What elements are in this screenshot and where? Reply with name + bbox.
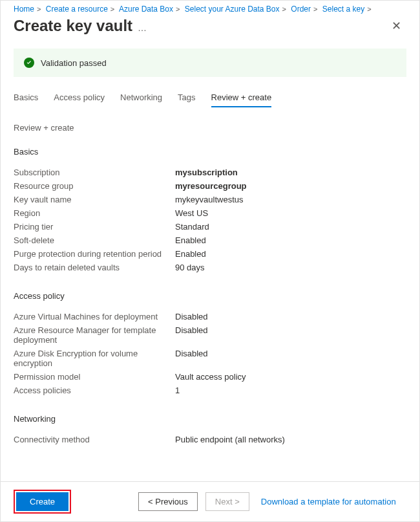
download-template-link[interactable]: Download a template for automation xyxy=(261,497,396,506)
chevron-right-icon: > xyxy=(282,5,286,13)
kv-label: Azure Resource Manager for template depl… xyxy=(14,325,175,345)
tab-review-create[interactable]: Review + create xyxy=(211,89,272,107)
kv-value: Vault access policy xyxy=(175,372,246,382)
kv-label: Days to retain deleted vaults xyxy=(14,263,175,272)
kv-value: Enabled xyxy=(175,235,206,245)
kv-label: Access policies xyxy=(14,386,175,395)
kv-value: Public endpoint (all networks) xyxy=(175,435,285,444)
tab-basics[interactable]: Basics xyxy=(14,89,38,107)
tab-access-policy[interactable]: Access policy xyxy=(54,89,105,107)
kv-value: myresourcegroup xyxy=(175,181,247,191)
section-header-access-policy: Access policy xyxy=(14,291,406,301)
breadcrumb: Home> Create a resource> Azure Data Box>… xyxy=(1,1,419,14)
previous-button[interactable]: < Previous xyxy=(138,492,198,511)
kv-row: Azure Virtual Machines for deploymentDis… xyxy=(14,310,406,323)
tabs: Basics Access policy Networking Tags Rev… xyxy=(14,89,406,107)
close-icon: ✕ xyxy=(392,19,401,32)
next-button: Next > xyxy=(205,492,249,511)
kv-value: Disabled xyxy=(175,312,208,321)
check-circle-icon xyxy=(24,58,34,68)
kv-label: Connectivity method xyxy=(14,435,175,444)
section-header-networking: Networking xyxy=(14,414,406,424)
breadcrumb-link[interactable]: Select your Azure Data Box xyxy=(185,5,280,14)
kv-value: 90 days xyxy=(175,263,205,272)
validation-banner: Validation passed xyxy=(14,49,406,77)
create-button[interactable]: Create xyxy=(16,492,68,511)
kv-value: mykeyvaultwestus xyxy=(175,195,243,204)
kv-row: Soft-deleteEnabled xyxy=(14,234,406,247)
tab-tags[interactable]: Tags xyxy=(178,89,195,107)
kv-label: Region xyxy=(14,208,175,218)
kv-value: 1 xyxy=(175,386,180,395)
page-title: Create key vault xyxy=(14,17,132,35)
kv-value: Enabled xyxy=(175,249,206,259)
breadcrumb-link[interactable]: Azure Data Box xyxy=(119,5,173,14)
chevron-right-icon: > xyxy=(313,5,317,13)
kv-row: Resource groupmyresourcegroup xyxy=(14,179,406,193)
kv-value: Disabled xyxy=(175,349,208,368)
kv-row: Days to retain deleted vaults90 days xyxy=(14,261,406,274)
kv-label: Subscription xyxy=(14,168,175,177)
breadcrumb-link[interactable]: Select a key xyxy=(322,5,364,14)
kv-value: Standard xyxy=(175,222,209,232)
kv-row: Purge protection during retention period… xyxy=(14,247,406,261)
chevron-right-icon: > xyxy=(367,5,371,13)
kv-row: Pricing tierStandard xyxy=(14,220,406,234)
kv-label: Permission model xyxy=(14,372,175,382)
breadcrumb-link[interactable]: Home xyxy=(14,5,34,14)
close-button[interactable]: ✕ xyxy=(386,16,406,36)
breadcrumb-link[interactable]: Create a resource xyxy=(46,5,108,14)
kv-row: RegionWest US xyxy=(14,206,406,220)
kv-row: Azure Resource Manager for template depl… xyxy=(14,323,406,347)
kv-label: Resource group xyxy=(14,181,175,191)
kv-label: Soft-delete xyxy=(14,235,175,245)
networking-section: Connectivity methodPublic endpoint (all … xyxy=(14,433,406,446)
basics-section: Subscriptionmysubscription Resource grou… xyxy=(14,166,406,274)
footer: Create < Previous Next > Download a temp… xyxy=(1,481,419,521)
kv-row: Permission modelVault access policy xyxy=(14,370,406,384)
kv-label: Key vault name xyxy=(14,195,175,204)
kv-row: Connectivity methodPublic endpoint (all … xyxy=(14,433,406,446)
create-button-highlight: Create xyxy=(14,490,71,514)
chevron-right-icon: > xyxy=(176,5,180,13)
section-header-basics: Basics xyxy=(14,147,406,157)
chevron-right-icon: > xyxy=(37,5,41,13)
kv-row: Azure Disk Encryption for volume encrypt… xyxy=(14,347,406,370)
kv-label: Pricing tier xyxy=(14,222,175,232)
kv-label: Azure Disk Encryption for volume encrypt… xyxy=(14,349,175,368)
kv-value: West US xyxy=(175,208,208,218)
kv-row: Key vault namemykeyvaultwestus xyxy=(14,193,406,206)
subheading: Review + create xyxy=(14,123,406,133)
kv-row: Subscriptionmysubscription xyxy=(14,166,406,179)
kv-label: Azure Virtual Machines for deployment xyxy=(14,312,175,321)
kv-label: Purge protection during retention period xyxy=(14,249,175,259)
chevron-right-icon: > xyxy=(110,5,114,13)
more-actions-button[interactable]: … xyxy=(138,23,147,33)
access-policy-section: Azure Virtual Machines for deploymentDis… xyxy=(14,310,406,397)
kv-row: Access policies1 xyxy=(14,384,406,397)
kv-value: mysubscription xyxy=(175,168,238,177)
kv-value: Disabled xyxy=(175,325,208,345)
tab-networking[interactable]: Networking xyxy=(120,89,162,107)
validation-text: Validation passed xyxy=(41,58,107,68)
breadcrumb-link[interactable]: Order xyxy=(291,5,311,14)
